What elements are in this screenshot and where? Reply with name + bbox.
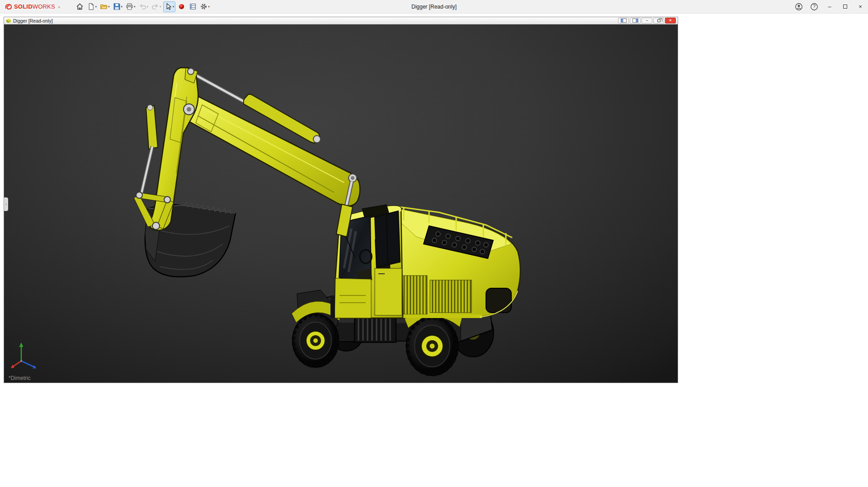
select-tool-button[interactable]: ▾ [163,1,176,12]
doc-minimize-button[interactable]: – [642,18,652,23]
ds-logo-icon [5,3,13,10]
doc-restore-button[interactable] [653,18,664,23]
select-tool-dropdown[interactable]: ▾ [173,5,175,9]
open-button[interactable]: ▾ [99,1,111,12]
settings-button[interactable]: ▾ [198,1,211,12]
help-icon: ? [810,3,818,11]
excavator-model[interactable] [4,24,678,383]
open-dropdown[interactable]: ▾ [108,5,110,9]
orientation-triad[interactable] [9,341,41,373]
assembly-document-icon [6,18,11,23]
save-button[interactable]: ▾ [112,1,124,12]
svg-text:?: ? [813,4,816,9]
select-cursor-icon [165,3,172,10]
cab-door [375,268,402,315]
redo-button[interactable]: ▾ [150,1,163,12]
pane-right-icon [632,19,638,23]
brand-expand-arrow[interactable]: › [58,4,60,9]
app-titlebar: SOLIDWORKS › ▾ ▾ [0,0,868,14]
account-button[interactable] [791,0,807,14]
feature-tree-collapse-tab[interactable]: ‹ [4,197,8,211]
settings-dropdown[interactable]: ▾ [208,5,210,9]
undo-button[interactable]: ▾ [137,1,150,12]
document-titlebar[interactable]: Digger [Read-only] – × [4,17,678,24]
app-window-title: Digger [Read-only] [411,4,457,10]
properties-button[interactable] [187,1,198,12]
undo-dropdown[interactable]: ▾ [147,5,149,9]
print-button[interactable]: ▾ [124,1,137,12]
document-title: Digger [Read-only] [13,18,53,23]
document-window-controls: – × [618,18,676,23]
save-dropdown[interactable]: ▾ [121,5,123,9]
app-minimize-button[interactable]: – [822,0,837,14]
upper-body[interactable] [386,207,520,318]
home-button[interactable] [75,1,85,12]
doc-close-button[interactable]: × [665,18,676,23]
3dexperience-button[interactable] [176,1,187,12]
print-icon [126,3,133,10]
open-folder-icon [100,3,108,10]
front-wheel[interactable] [292,314,339,367]
rear-wheel[interactable] [406,317,458,375]
pane-left-icon [621,19,627,23]
print-dropdown[interactable]: ▾ [134,5,136,9]
redo-icon [151,3,159,10]
app-window-controls: ? – × [791,0,868,14]
settings-gear-icon [200,3,208,10]
brand-text-bold: SOLID [14,3,33,10]
new-document-icon [87,3,95,10]
graphics-viewport[interactable]: *Dimetric ‹ [4,24,678,383]
maximize-icon [843,5,847,9]
solidworks-logo: SOLIDWORKS › [0,3,66,10]
new-document-button[interactable]: ▾ [86,1,99,12]
brand-text-light: WORKS [33,3,55,10]
new-document-dropdown[interactable]: ▾ [95,5,97,9]
app-close-button[interactable]: × [853,0,868,14]
undo-icon [139,3,146,10]
help-button[interactable]: ? [807,0,822,14]
doc-pane-left-button[interactable] [618,18,629,23]
restore-icon [657,19,660,22]
app-maximize-button[interactable] [837,0,853,14]
view-orientation-label: *Dimetric [9,375,31,381]
red-sphere-icon [178,3,185,10]
home-icon [76,3,84,10]
properties-table-icon [189,3,197,10]
main-toolbar: ▾ ▾ ▾ ▾ [66,1,211,12]
account-icon [795,3,803,11]
redo-dropdown[interactable]: ▾ [160,5,161,9]
document-window: Digger [Read-only] – × [4,17,678,383]
save-icon [113,3,121,10]
doc-pane-right-button[interactable] [630,18,641,23]
